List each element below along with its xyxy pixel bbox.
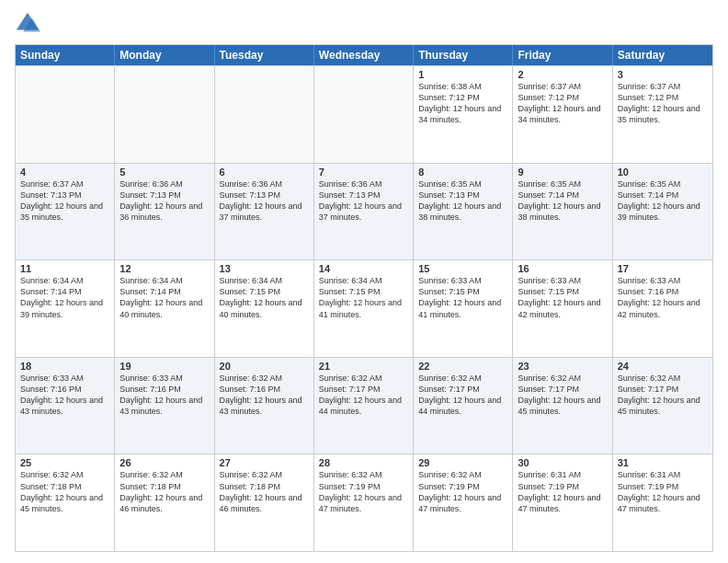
day-cell-7: 7Sunrise: 6:36 AMSunset: 7:13 PMDaylight… <box>314 164 414 260</box>
day-number: 20 <box>220 361 309 372</box>
header-day-wednesday: Wednesday <box>314 45 414 65</box>
day-info: Sunrise: 6:33 AMSunset: 7:15 PMDaylight:… <box>518 275 607 320</box>
day-cell-4: 4Sunrise: 6:37 AMSunset: 7:13 PMDaylight… <box>16 164 115 260</box>
day-info: Sunrise: 6:33 AMSunset: 7:16 PMDaylight:… <box>618 275 708 320</box>
day-number: 24 <box>618 361 708 372</box>
day-number: 28 <box>319 457 408 468</box>
empty-cell <box>215 66 314 163</box>
header-day-saturday: Saturday <box>613 45 712 65</box>
calendar-row-1: 4Sunrise: 6:37 AMSunset: 7:13 PMDaylight… <box>16 163 712 260</box>
logo <box>15 11 44 37</box>
day-info: Sunrise: 6:31 AMSunset: 7:19 PMDaylight:… <box>618 469 708 514</box>
day-number: 23 <box>518 361 607 372</box>
day-number: 30 <box>518 457 607 468</box>
calendar-header: SundayMondayTuesdayWednesdayThursdayFrid… <box>16 45 712 65</box>
day-info: Sunrise: 6:32 AMSunset: 7:17 PMDaylight:… <box>518 373 607 418</box>
day-info: Sunrise: 6:38 AMSunset: 7:12 PMDaylight:… <box>418 81 507 126</box>
day-number: 5 <box>119 167 209 178</box>
day-number: 15 <box>418 263 507 274</box>
day-number: 6 <box>220 167 309 178</box>
day-info: Sunrise: 6:32 AMSunset: 7:17 PMDaylight:… <box>618 373 708 418</box>
day-cell-31: 31Sunrise: 6:31 AMSunset: 7:19 PMDayligh… <box>613 454 712 551</box>
day-cell-2: 2Sunrise: 6:37 AMSunset: 7:12 PMDaylight… <box>513 66 612 163</box>
day-info: Sunrise: 6:33 AMSunset: 7:15 PMDaylight:… <box>418 275 507 320</box>
day-cell-9: 9Sunrise: 6:35 AMSunset: 7:14 PMDaylight… <box>513 164 612 260</box>
day-cell-8: 8Sunrise: 6:35 AMSunset: 7:13 PMDaylight… <box>414 164 513 260</box>
day-cell-18: 18Sunrise: 6:33 AMSunset: 7:16 PMDayligh… <box>16 358 115 454</box>
day-number: 11 <box>20 263 109 274</box>
day-cell-26: 26Sunrise: 6:32 AMSunset: 7:18 PMDayligh… <box>115 454 214 551</box>
day-info: Sunrise: 6:34 AMSunset: 7:14 PMDaylight:… <box>119 275 209 320</box>
logo-icon <box>15 11 40 37</box>
day-number: 1 <box>418 69 507 80</box>
day-info: Sunrise: 6:32 AMSunset: 7:18 PMDaylight:… <box>220 469 309 514</box>
header <box>15 11 713 37</box>
header-day-thursday: Thursday <box>414 45 513 65</box>
day-info: Sunrise: 6:32 AMSunset: 7:19 PMDaylight:… <box>418 469 507 514</box>
day-info: Sunrise: 6:34 AMSunset: 7:14 PMDaylight:… <box>20 275 109 320</box>
calendar-row-0: 1Sunrise: 6:38 AMSunset: 7:12 PMDaylight… <box>16 65 712 163</box>
day-cell-13: 13Sunrise: 6:34 AMSunset: 7:15 PMDayligh… <box>215 260 314 357</box>
day-number: 26 <box>119 457 209 468</box>
header-day-tuesday: Tuesday <box>215 45 314 65</box>
day-cell-17: 17Sunrise: 6:33 AMSunset: 7:16 PMDayligh… <box>613 260 712 357</box>
day-cell-11: 11Sunrise: 6:34 AMSunset: 7:14 PMDayligh… <box>16 260 115 357</box>
day-cell-12: 12Sunrise: 6:34 AMSunset: 7:14 PMDayligh… <box>115 260 214 357</box>
day-number: 19 <box>119 361 209 372</box>
day-info: Sunrise: 6:32 AMSunset: 7:17 PMDaylight:… <box>319 373 408 418</box>
day-cell-16: 16Sunrise: 6:33 AMSunset: 7:15 PMDayligh… <box>513 260 612 357</box>
day-info: Sunrise: 6:32 AMSunset: 7:17 PMDaylight:… <box>418 373 507 418</box>
empty-cell <box>314 66 414 163</box>
day-info: Sunrise: 6:33 AMSunset: 7:16 PMDaylight:… <box>119 373 209 418</box>
day-cell-27: 27Sunrise: 6:32 AMSunset: 7:18 PMDayligh… <box>215 454 314 551</box>
day-cell-29: 29Sunrise: 6:32 AMSunset: 7:19 PMDayligh… <box>414 454 513 551</box>
calendar-row-2: 11Sunrise: 6:34 AMSunset: 7:14 PMDayligh… <box>16 259 712 357</box>
header-day-monday: Monday <box>115 45 214 65</box>
day-info: Sunrise: 6:32 AMSunset: 7:18 PMDaylight:… <box>20 469 109 514</box>
day-number: 3 <box>618 69 708 80</box>
day-cell-20: 20Sunrise: 6:32 AMSunset: 7:16 PMDayligh… <box>215 358 314 454</box>
day-info: Sunrise: 6:36 AMSunset: 7:13 PMDaylight:… <box>220 178 309 224</box>
day-info: Sunrise: 6:34 AMSunset: 7:15 PMDaylight:… <box>319 275 408 320</box>
day-cell-1: 1Sunrise: 6:38 AMSunset: 7:12 PMDaylight… <box>414 66 513 163</box>
day-info: Sunrise: 6:36 AMSunset: 7:13 PMDaylight:… <box>319 178 408 224</box>
day-cell-15: 15Sunrise: 6:33 AMSunset: 7:15 PMDayligh… <box>414 260 513 357</box>
day-number: 17 <box>618 263 708 274</box>
day-cell-10: 10Sunrise: 6:35 AMSunset: 7:14 PMDayligh… <box>613 164 712 260</box>
day-number: 25 <box>20 457 109 468</box>
day-number: 2 <box>518 69 607 80</box>
day-info: Sunrise: 6:32 AMSunset: 7:16 PMDaylight:… <box>220 373 309 418</box>
header-day-friday: Friday <box>513 45 612 65</box>
day-info: Sunrise: 6:37 AMSunset: 7:12 PMDaylight:… <box>618 81 708 126</box>
empty-cell <box>16 66 115 163</box>
day-info: Sunrise: 6:37 AMSunset: 7:12 PMDaylight:… <box>518 81 607 126</box>
day-number: 18 <box>20 361 109 372</box>
day-cell-5: 5Sunrise: 6:36 AMSunset: 7:13 PMDaylight… <box>115 164 214 260</box>
page: SundayMondayTuesdayWednesdayThursdayFrid… <box>0 0 728 563</box>
day-number: 9 <box>518 167 607 178</box>
calendar-row-4: 25Sunrise: 6:32 AMSunset: 7:18 PMDayligh… <box>16 454 712 551</box>
day-info: Sunrise: 6:31 AMSunset: 7:19 PMDaylight:… <box>518 469 607 514</box>
day-cell-14: 14Sunrise: 6:34 AMSunset: 7:15 PMDayligh… <box>314 260 414 357</box>
day-info: Sunrise: 6:36 AMSunset: 7:13 PMDaylight:… <box>119 178 209 224</box>
day-number: 8 <box>418 167 507 178</box>
day-number: 21 <box>319 361 408 372</box>
day-cell-19: 19Sunrise: 6:33 AMSunset: 7:16 PMDayligh… <box>115 358 214 454</box>
day-number: 14 <box>319 263 408 274</box>
header-day-sunday: Sunday <box>16 45 115 65</box>
day-info: Sunrise: 6:34 AMSunset: 7:15 PMDaylight:… <box>220 275 309 320</box>
day-number: 13 <box>220 263 309 274</box>
day-cell-28: 28Sunrise: 6:32 AMSunset: 7:19 PMDayligh… <box>314 454 414 551</box>
day-info: Sunrise: 6:32 AMSunset: 7:19 PMDaylight:… <box>319 469 408 514</box>
day-number: 12 <box>119 263 209 274</box>
day-cell-6: 6Sunrise: 6:36 AMSunset: 7:13 PMDaylight… <box>215 164 314 260</box>
day-cell-25: 25Sunrise: 6:32 AMSunset: 7:18 PMDayligh… <box>16 454 115 551</box>
calendar-row-3: 18Sunrise: 6:33 AMSunset: 7:16 PMDayligh… <box>16 357 712 454</box>
day-info: Sunrise: 6:35 AMSunset: 7:14 PMDaylight:… <box>618 178 708 224</box>
day-info: Sunrise: 6:37 AMSunset: 7:13 PMDaylight:… <box>20 178 109 224</box>
day-number: 16 <box>518 263 607 274</box>
day-cell-24: 24Sunrise: 6:32 AMSunset: 7:17 PMDayligh… <box>613 358 712 454</box>
empty-cell <box>115 66 214 163</box>
day-info: Sunrise: 6:35 AMSunset: 7:13 PMDaylight:… <box>418 178 507 224</box>
day-number: 4 <box>20 167 109 178</box>
